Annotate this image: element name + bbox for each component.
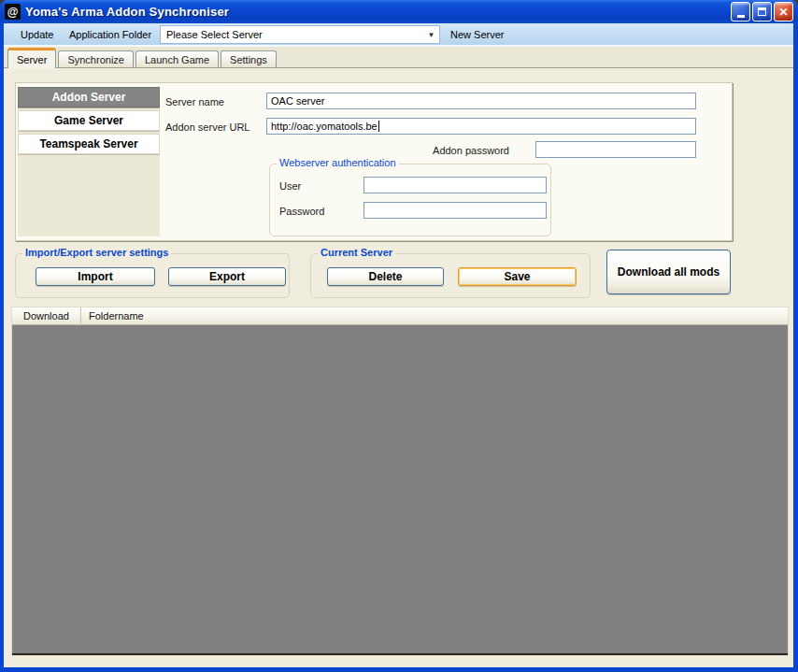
current-server-title: Current Server [318,247,395,258]
column-header-download[interactable]: Download [12,307,81,324]
toolbar: Update Application Folder Please Select … [4,23,793,47]
menu-update[interactable]: Update [19,23,55,45]
menu-new-server[interactable]: New Server [449,23,506,45]
server-tab-page: Addon Server Game Server Teamspeak Serve… [4,68,793,667]
current-server-groupbox: Current Server Delete Save [310,253,591,298]
minimize-button[interactable] [731,2,750,21]
tab-synchronize[interactable]: Synchronize [58,50,134,67]
minimize-icon [737,15,745,18]
maximize-icon [758,7,766,16]
mod-list-header: Download Foldername [12,307,788,325]
tab-settings[interactable]: Settings [221,50,277,67]
maximize-button[interactable] [752,2,772,21]
title-bar: @ Yoma's Arma Addon Synchroniser ✕ [0,0,798,23]
server-name-label: Server name [165,96,224,107]
server-type-sidebar: Addon Server Game Server Teamspeak Serve… [18,87,160,236]
chevron-down-icon[interactable]: ▼ [423,31,439,39]
sidebar-item-game-server[interactable]: Game Server [18,110,160,131]
password-input[interactable] [363,202,547,219]
server-select-value: Please Select Server [161,29,423,40]
import-export-title: Import/Export server settings [22,247,171,258]
import-export-groupbox: Import/Export server settings Import Exp… [15,253,290,298]
user-input[interactable] [363,177,547,193]
app-icon: @ [5,4,21,20]
user-label: User [279,180,301,192]
password-label: Password [279,206,324,217]
window-title: Yoma's Arma Addon Synchroniser [25,5,229,19]
webserver-auth-title: Webserver authentication [277,157,399,168]
delete-button[interactable]: Delete [327,267,444,286]
server-select-dropdown[interactable]: Please Select Server ▼ [160,25,440,44]
app-window: @ Yoma's Arma Addon Synchroniser ✕ Updat… [0,0,798,672]
tab-strip: Server Synchronize Launch Game Settings [4,47,793,68]
sidebar-item-addon-server[interactable]: Addon Server [18,87,160,107]
mod-list: Download Foldername [11,307,789,656]
tab-launch-game[interactable]: Launch Game [135,50,219,67]
export-button[interactable]: Export [168,267,286,286]
sidebar-item-teamspeak-server[interactable]: Teamspeak Server [18,134,160,154]
save-button[interactable]: Save [458,267,577,286]
column-header-foldername[interactable]: Foldername [81,307,788,324]
server-name-input[interactable] [266,93,696,109]
addon-url-input[interactable]: http://oac.yomatools.be [266,118,696,135]
addon-url-value: http://oac.yomatools.be [271,121,378,132]
download-all-mods-button[interactable]: Download all mods [606,250,731,294]
addon-password-label: Addon password [408,145,509,156]
addon-url-label: Addon server URL [165,122,250,133]
mod-list-body [12,325,788,655]
close-button[interactable]: ✕ [774,2,793,21]
text-caret [378,121,379,132]
server-settings-panel: Addon Server Game Server Teamspeak Serve… [15,82,733,241]
tab-server[interactable]: Server [7,48,56,68]
webserver-auth-groupbox: Webserver authentication User Password [269,164,551,236]
addon-password-input[interactable] [535,141,696,158]
close-icon: ✕ [778,7,788,18]
window-frame: Update Application Folder Please Select … [0,23,798,672]
import-button[interactable]: Import [36,267,155,286]
menu-application-folder[interactable]: Application Folder [67,23,153,45]
window-controls: ✕ [731,2,793,21]
